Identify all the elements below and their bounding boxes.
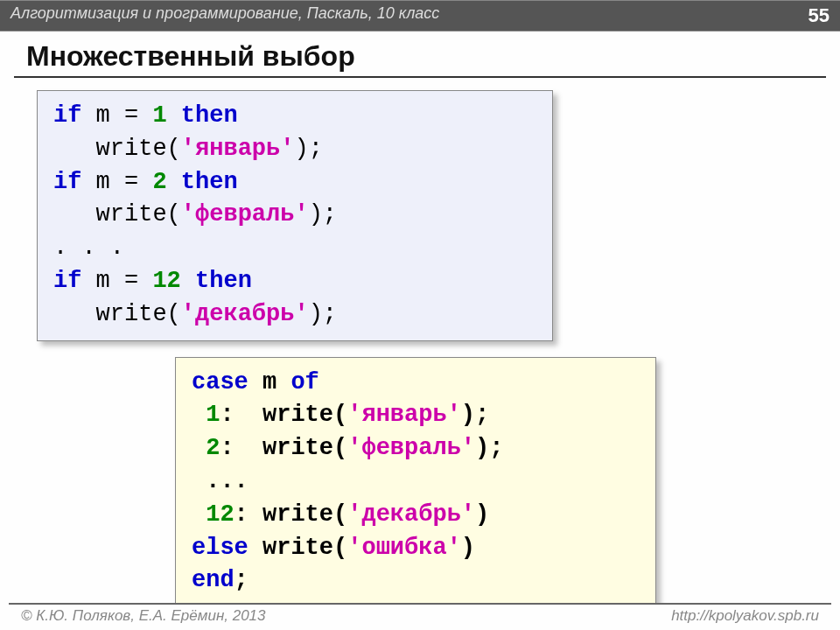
code-block-case: case m of 1: write('январь'); 2: write('… <box>175 357 656 608</box>
kw: if <box>53 102 81 129</box>
sp <box>192 402 206 428</box>
kw: then <box>167 102 238 129</box>
code-block-if: if m = 1 then write('январь'); if m = 2 … <box>37 90 553 341</box>
num: 2 <box>152 169 166 195</box>
txt: : write( <box>234 501 348 528</box>
num: 12 <box>152 268 180 294</box>
str: 'декабрь' <box>181 301 309 327</box>
num: 1 <box>152 102 166 129</box>
num: 12 <box>206 501 234 528</box>
kw: of <box>290 369 318 396</box>
ellipsis: ... <box>192 468 248 494</box>
txt: m = <box>81 268 152 294</box>
str: 'декабрь' <box>347 501 475 528</box>
sp <box>192 501 206 528</box>
str: 'январь' <box>347 402 461 428</box>
kw: end <box>192 567 234 593</box>
txt: ) <box>475 501 489 528</box>
footer-bar: © К.Ю. Поляков, Е.А. Ерёмин, 2013 http:/… <box>9 603 831 630</box>
txt: : write( <box>220 435 347 461</box>
txt: m = <box>81 169 152 195</box>
str: 'февраль' <box>347 435 475 461</box>
title-divider <box>14 76 826 78</box>
txt: ) <box>461 535 475 561</box>
kw: if <box>53 268 81 294</box>
str: 'январь' <box>181 136 295 162</box>
txt: ); <box>475 435 503 461</box>
txt: ); <box>294 136 322 162</box>
str: 'февраль' <box>181 201 309 228</box>
txt: write( <box>248 535 347 561</box>
sp <box>192 435 206 461</box>
str: 'ошибка' <box>347 535 461 561</box>
num: 2 <box>206 435 220 461</box>
kw: then <box>181 268 252 294</box>
header-bar: Алгоритмизация и программирование, Паска… <box>0 0 840 32</box>
txt: write( <box>53 201 181 228</box>
txt: ); <box>309 301 337 327</box>
txt: ); <box>309 201 337 228</box>
txt: : write( <box>220 402 347 428</box>
kw: else <box>192 535 248 561</box>
num: 1 <box>206 402 220 428</box>
header-subject: Алгоритмизация и программирование, Паска… <box>10 4 439 27</box>
txt: m = <box>81 102 152 129</box>
kw: if <box>53 169 81 195</box>
txt: ; <box>234 567 248 593</box>
page-title: Множественный выбор <box>0 32 840 76</box>
ellipsis: . . . <box>53 234 124 261</box>
copyright: © К.Ю. Поляков, Е.А. Ерёмин, 2013 <box>21 607 266 625</box>
footer-url: http://kpolyakov.spb.ru <box>671 607 819 625</box>
txt: write( <box>53 301 181 327</box>
kw: case <box>192 369 248 396</box>
txt: ); <box>461 402 489 428</box>
txt: write( <box>53 136 181 162</box>
kw: then <box>167 169 238 195</box>
page-number: 55 <box>808 4 830 27</box>
txt: m <box>248 369 291 396</box>
